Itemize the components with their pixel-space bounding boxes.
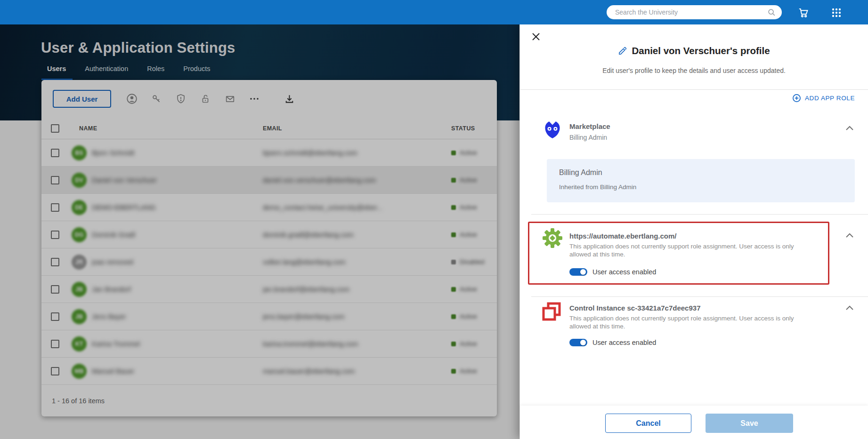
role-card-subtitle: Inherited from Billing Admin (559, 184, 636, 191)
collapse-control-button[interactable] (844, 304, 855, 311)
collapse-marketplace-button[interactable] (844, 124, 855, 132)
divider (520, 89, 868, 90)
search-icon (767, 8, 776, 17)
marketplace-role-label: Billing Admin (569, 134, 607, 141)
divider (531, 296, 868, 297)
control-access-row: User access enabled (569, 339, 656, 346)
automate-gear-icon (542, 228, 563, 250)
add-app-role-button[interactable]: ADD APP ROLE (792, 94, 855, 103)
application-window: User & Application Settings Users Authen… (0, 0, 868, 439)
profile-drawer: Daniel von Verschuer's profile Edit user… (519, 24, 868, 439)
cart-button[interactable] (797, 6, 810, 19)
automate-description: This application does not currently supp… (569, 242, 807, 258)
drawer-subtitle: Edit user's profile to keep the details … (520, 67, 868, 74)
app-grid-button[interactable] (830, 6, 843, 19)
drawer-footer: Cancel Save (520, 406, 868, 439)
modal-scrim[interactable] (0, 24, 519, 439)
cart-icon (797, 7, 810, 19)
save-button[interactable]: Save (706, 414, 793, 433)
marketplace-app-name: Marketplace (569, 122, 610, 130)
plus-circle-icon (792, 94, 801, 103)
control-app-name: Control Instance sc-33421a7c7deec937 (569, 304, 701, 312)
app-grid-icon (831, 8, 842, 18)
divider (531, 214, 868, 215)
toggle-label: User access enabled (592, 268, 656, 276)
automate-access-row: User access enabled (569, 268, 656, 276)
search-input[interactable] (607, 8, 767, 16)
toggle-label: User access enabled (592, 339, 656, 346)
drawer-title-row: Daniel von Verschuer's profile (520, 45, 868, 56)
automate-app-name: https://automate.ebertlang.com/ (569, 232, 677, 240)
close-icon (531, 32, 541, 42)
user-access-toggle[interactable] (569, 339, 587, 346)
control-logo-icon (542, 302, 561, 323)
chevron-up-icon (845, 233, 854, 238)
close-drawer-button[interactable] (528, 29, 544, 44)
role-card-title: Billing Admin (559, 168, 602, 177)
edit-pencil-icon (618, 46, 627, 56)
topbar (0, 0, 868, 24)
drawer-title: Daniel von Verschuer's profile (632, 45, 770, 56)
cancel-button[interactable]: Cancel (605, 414, 691, 433)
chevron-up-icon (845, 126, 854, 131)
search-box[interactable] (607, 5, 782, 19)
chevron-up-icon (845, 305, 854, 311)
marketplace-logo-icon (542, 120, 563, 142)
user-access-toggle[interactable] (569, 268, 587, 276)
role-card: Billing Admin Inherited from Billing Adm… (547, 159, 855, 202)
control-description: This application does not currently supp… (569, 314, 807, 330)
collapse-automate-button[interactable] (844, 231, 855, 239)
